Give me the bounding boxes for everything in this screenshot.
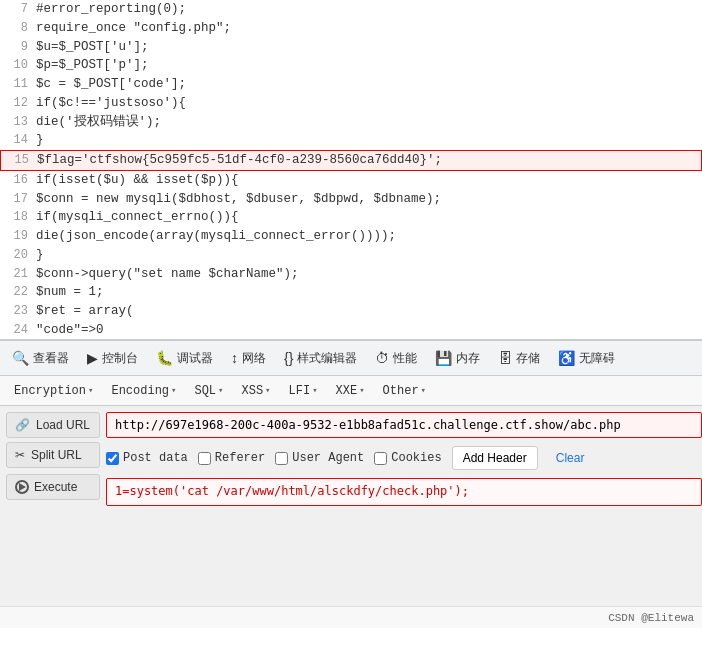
hackbar-main: 🔗 Load URL ✂ Split URL Execute Post data… [0,406,702,606]
scissors-icon: ✂ [15,448,25,462]
devtools-label: 控制台 [102,350,138,367]
code-content: if(mysqli_connect_errno()){ [36,208,239,227]
devtools-icon: ⏱ [375,350,389,366]
devtools-button[interactable]: ↕网络 [223,346,274,371]
menu-label: SQL [194,384,216,398]
cookies-checkbox[interactable] [374,452,387,465]
hackbar-menu-item[interactable]: SQL▾ [186,381,231,401]
code-content: } [36,131,44,150]
chevron-down-icon: ▾ [265,385,270,396]
chevron-down-icon: ▾ [421,385,426,396]
code-content: #error_reporting(0); [36,0,186,19]
devtools-button[interactable]: 🔍查看器 [4,346,77,371]
payload-box[interactable]: 1=system('cat /var/www/html/alsckdfy/che… [106,478,702,506]
devtools-icon: ▶ [87,350,98,366]
chevron-down-icon: ▾ [88,385,93,396]
code-line: 9$u=$_POST['u']; [0,38,702,57]
post-data-checkbox-label[interactable]: Post data [106,451,188,465]
referer-checkbox-label[interactable]: Referer [198,451,265,465]
url-input[interactable] [106,412,702,438]
clear-button[interactable]: Clear [548,447,593,469]
hackbar-menu-item[interactable]: Encoding▾ [103,381,184,401]
hackbar-menu-item[interactable]: Other▾ [375,381,434,401]
hackbar-content: Post data Referer User Agent Cookies Add… [106,412,702,600]
code-line: 22 $num = 1; [0,283,702,302]
devtools-button[interactable]: 🐛调试器 [148,346,221,371]
code-line: 7#error_reporting(0); [0,0,702,19]
post-data-checkbox[interactable] [106,452,119,465]
devtools-button[interactable]: ⏱性能 [367,346,425,371]
line-number: 23 [4,302,28,320]
split-url-label: Split URL [31,448,82,462]
hackbar-menu-item[interactable]: Encryption▾ [6,381,101,401]
code-content: $flag='ctfshow{5c959fc5-51df-4cf0-a239-8… [37,151,442,170]
line-number: 13 [4,113,28,131]
line-number: 18 [4,208,28,226]
devtools-button[interactable]: ▶控制台 [79,346,146,371]
user-agent-checkbox[interactable] [275,452,288,465]
code-line: 21 $conn->query("set name $charName"); [0,265,702,284]
chevron-down-icon: ▾ [359,385,364,396]
split-url-button[interactable]: ✂ Split URL [6,442,100,468]
code-content: $u=$_POST['u']; [36,38,149,57]
line-number: 22 [4,283,28,301]
line-number: 8 [4,19,28,37]
code-content: if($c!=='justsoso'){ [36,94,186,113]
devtools-label: 查看器 [33,350,69,367]
chevron-down-icon: ▾ [171,385,176,396]
devtools-icon: 🔍 [12,350,29,366]
hackbar-menu-item[interactable]: XXE▾ [328,381,373,401]
devtools-button[interactable]: ♿无障碍 [550,346,623,371]
devtools-label: 样式编辑器 [297,350,357,367]
add-header-button[interactable]: Add Header [452,446,538,470]
chevron-down-icon: ▾ [218,385,223,396]
footer-text: CSDN @Elitewa [608,612,694,624]
devtools-button[interactable]: 🗄存储 [490,346,548,371]
execute-button[interactable]: Execute [6,474,100,500]
code-content: die(json_encode(array(mysqli_connect_err… [36,227,396,246]
devtools-button[interactable]: 💾内存 [427,346,488,371]
line-number: 15 [5,151,29,169]
cookies-checkbox-label[interactable]: Cookies [374,451,441,465]
devtools-button[interactable]: {}样式编辑器 [276,346,365,371]
menu-label: XSS [242,384,264,398]
code-line: 14} [0,131,702,150]
hackbar-menu-item[interactable]: LFI▾ [281,381,326,401]
line-number: 9 [4,38,28,56]
devtools-icon: {} [284,350,293,366]
devtools-label: 无障碍 [579,350,615,367]
code-line: 11$c = $_POST['code']; [0,75,702,94]
line-number: 21 [4,265,28,283]
play-icon [15,480,29,494]
menu-label: LFI [289,384,311,398]
code-content: "code"=>0 [36,321,104,340]
devtools-label: 内存 [456,350,480,367]
hackbar-sidebar: 🔗 Load URL ✂ Split URL Execute [6,412,106,600]
code-line: 13 die('授权码错误'); [0,113,702,132]
load-url-button[interactable]: 🔗 Load URL [6,412,100,438]
user-agent-checkbox-label[interactable]: User Agent [275,451,364,465]
line-number: 20 [4,246,28,264]
devtools-label: 性能 [393,350,417,367]
code-content: } [36,246,44,265]
devtools-icon: ↕ [231,350,238,366]
menu-label: Other [383,384,419,398]
bottom-bar: CSDN @Elitewa [0,606,702,628]
hackbar-menu-item[interactable]: XSS▾ [234,381,279,401]
code-content: require_once "config.php"; [36,19,231,38]
devtools-icon: ♿ [558,350,575,366]
code-line: 17 $conn = new mysqli($dbhost, $dbuser, … [0,190,702,209]
code-content: $conn->query("set name $charName"); [36,265,299,284]
code-line: 16if(isset($u) && isset($p)){ [0,171,702,190]
code-line: 10$p=$_POST['p']; [0,56,702,75]
code-line: 8require_once "config.php"; [0,19,702,38]
referer-checkbox[interactable] [198,452,211,465]
devtools-toolbar: 🔍查看器▶控制台🐛调试器↕网络{}样式编辑器⏱性能💾内存🗄存储♿无障碍 [0,340,702,376]
line-number: 11 [4,75,28,93]
line-number: 16 [4,171,28,189]
devtools-label: 调试器 [177,350,213,367]
link-icon: 🔗 [15,418,30,432]
checkboxes-row: Post data Referer User Agent Cookies Add… [106,444,702,472]
menu-label: Encryption [14,384,86,398]
line-number: 19 [4,227,28,245]
